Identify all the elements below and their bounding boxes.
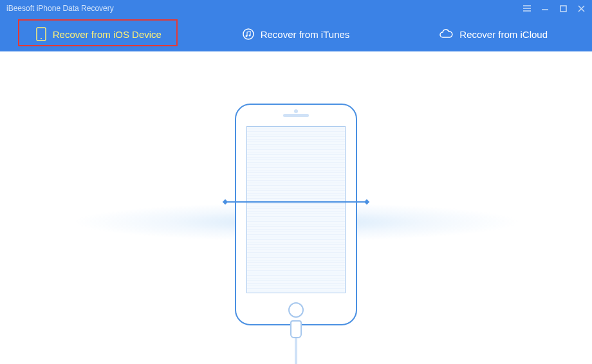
- maximize-icon[interactable]: [559, 4, 568, 13]
- tab-itunes[interactable]: Recover from iTunes: [198, 17, 395, 51]
- svg-point-5: [248, 35, 250, 37]
- titlebar: iBeesoft iPhone Data Recovery: [0, 0, 592, 17]
- cloud-icon: [439, 29, 453, 39]
- svg-point-4: [245, 35, 247, 37]
- tab-ios-device[interactable]: Recover from iOS Device: [0, 17, 198, 51]
- phone-screen: [246, 126, 346, 293]
- tab-icloud[interactable]: Recover from iCloud: [394, 17, 592, 51]
- phone-home-button: [288, 302, 304, 318]
- music-note-icon: [243, 28, 254, 40]
- cable-wire: [295, 338, 297, 364]
- minimize-icon[interactable]: [541, 4, 550, 13]
- window-controls: [523, 4, 586, 13]
- app-title: iBeesoft iPhone Data Recovery: [6, 4, 114, 13]
- close-icon[interactable]: [577, 4, 586, 13]
- scan-line: [225, 201, 367, 203]
- svg-point-2: [41, 38, 42, 39]
- phone-camera: [294, 109, 298, 113]
- menu-icon[interactable]: [523, 4, 532, 13]
- svg-point-3: [243, 29, 254, 39]
- tab-label: Recover from iOS Device: [53, 29, 162, 40]
- svg-rect-0: [560, 6, 566, 12]
- device-icon: [36, 27, 46, 41]
- tab-label: Recover from iCloud: [459, 29, 548, 40]
- tab-label: Recover from iTunes: [261, 29, 350, 40]
- cable-illustration: [290, 320, 302, 364]
- phone-speaker: [283, 114, 309, 117]
- phone-illustration: [235, 104, 357, 325]
- phone-outline: [235, 104, 357, 325]
- tabbar: Recover from iOS Device Recover from iTu…: [0, 17, 592, 51]
- cable-plug: [290, 320, 302, 338]
- content-area: [0, 51, 592, 364]
